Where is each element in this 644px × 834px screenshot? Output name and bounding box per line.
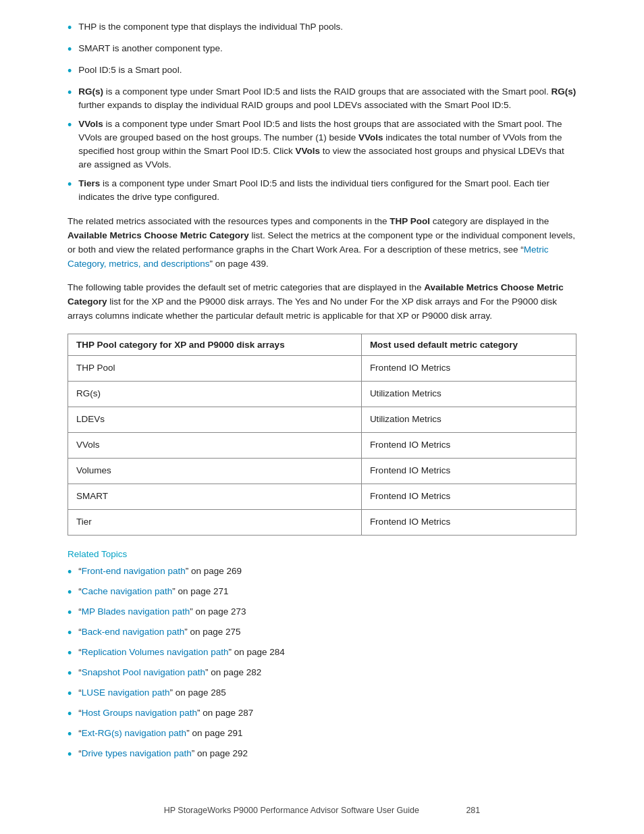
- bullet-icon: •: [68, 725, 72, 744]
- related-item-text: “LUSE navigation path” on page 285: [78, 686, 225, 700]
- table-cell-col1: Tier: [68, 509, 362, 535]
- bullet-text-5: VVols is a component type under Smart Po…: [78, 118, 576, 172]
- footer-title: HP StorageWorks P9000 Performance Adviso…: [164, 806, 419, 815]
- bullet-icon: •: [68, 685, 72, 703]
- related-item-text: “Back-end navigation path” on page 275: [78, 625, 240, 639]
- table-cell-col1: VVols: [68, 433, 362, 459]
- vvols-bold-2: VVols: [358, 132, 383, 142]
- related-list-item: • “Host Groups navigation path” on page …: [68, 706, 576, 723]
- list-item: • VVols is a component type under Smart …: [68, 118, 576, 172]
- rgs-bold: RG(s): [78, 86, 103, 97]
- related-link-8[interactable]: Host Groups navigation path: [82, 708, 197, 718]
- related-list-item: • “Ext-RG(s) navigation path” on page 29…: [68, 727, 576, 744]
- page-container: • THP is the component type that display…: [0, 0, 644, 834]
- table-cell-col2: Frontend IO Metrics: [361, 509, 576, 535]
- list-item: • SMART is another component type.: [68, 42, 576, 59]
- table-row: LDEVs Utilization Metrics: [68, 407, 576, 433]
- related-item-text: “Snapshot Pool navigation path” on page …: [78, 666, 261, 679]
- table-cell-col1: Volumes: [68, 459, 362, 484]
- thp-pool-bold: THP Pool: [390, 216, 430, 226]
- related-list-item: • “Back-end navigation path” on page 275: [68, 625, 576, 642]
- table-row: THP Pool Frontend IO Metrics: [68, 356, 576, 382]
- tiers-bold: Tiers: [78, 178, 100, 188]
- available-metrics-bold-2: Available Metrics Choose Metric Category: [68, 282, 564, 307]
- related-item-text: “Replication Volumes navigation path” on…: [78, 646, 284, 659]
- related-topics-list: • “Front-end navigation path” on page 26…: [68, 565, 576, 764]
- related-link-10[interactable]: Drive types navigation path: [82, 748, 192, 758]
- related-list-item: • “Cache navigation path” on page 271: [68, 585, 576, 602]
- table-cell-col1: LDEVs: [68, 407, 362, 433]
- related-topics-heading: Related Topics: [68, 549, 576, 559]
- bullet-icon: •: [68, 563, 72, 581]
- rgs-bold-2: RG(s): [551, 86, 576, 97]
- related-item-text: “Drive types navigation path” on page 29…: [78, 747, 248, 760]
- table-cell-col1: SMART: [68, 484, 362, 509]
- related-list-item: • “Replication Volumes navigation path” …: [68, 646, 576, 662]
- table-row: SMART Frontend IO Metrics: [68, 484, 576, 509]
- table-cell-col2: Frontend IO Metrics: [361, 433, 576, 459]
- table-header-row: THP Pool category for XP and P9000 disk …: [68, 334, 576, 356]
- list-item: • RG(s) is a component type under Smart …: [68, 85, 576, 113]
- table-cell-col1: RG(s): [68, 382, 362, 407]
- body-paragraph-1: The related metrics associated with the …: [68, 215, 576, 271]
- table-row: Tier Frontend IO Metrics: [68, 509, 576, 535]
- table-cell-col1: THP Pool: [68, 356, 362, 382]
- page-footer: HP StorageWorks P9000 Performance Adviso…: [0, 806, 644, 815]
- related-link-6[interactable]: Snapshot Pool navigation path: [82, 667, 205, 677]
- table-cell-col2: Frontend IO Metrics: [361, 484, 576, 509]
- list-item: • Tiers is a component type under Smart …: [68, 177, 576, 205]
- related-topics-section: Related Topics • “Front-end navigation p…: [68, 549, 576, 764]
- related-item-text: “Cache navigation path” on page 271: [78, 585, 228, 598]
- table-row: RG(s) Utilization Metrics: [68, 382, 576, 407]
- bullet-icon: •: [68, 664, 72, 683]
- bullet-icon: •: [68, 604, 72, 622]
- table-cell-col2: Frontend IO Metrics: [361, 356, 576, 382]
- bullet-text-3: Pool ID:5 is a Smart pool.: [78, 63, 576, 77]
- bullet-text-4: RG(s) is a component type under Smart Po…: [78, 85, 576, 113]
- metric-category-link[interactable]: Metric Category, metrics, and descriptio…: [68, 244, 549, 269]
- related-link-2[interactable]: Cache navigation path: [82, 586, 172, 596]
- related-link-4[interactable]: Back-end navigation path: [82, 627, 184, 637]
- bullet-icon: •: [68, 176, 72, 194]
- metrics-table: THP Pool category for XP and P9000 disk …: [68, 334, 576, 535]
- intro-bullet-list: • THP is the component type that display…: [68, 20, 576, 204]
- vvols-bold: VVols: [78, 119, 103, 129]
- related-link-3[interactable]: MP Blades navigation path: [82, 606, 190, 617]
- table-cell-col2: Frontend IO Metrics: [361, 459, 576, 484]
- related-link-9[interactable]: Ext-RG(s) navigation path: [82, 728, 186, 738]
- related-list-item: • “MP Blades navigation path” on page 27…: [68, 605, 576, 622]
- vvols-bold-3: VVols: [295, 146, 320, 156]
- related-item-text: “MP Blades navigation path” on page 273: [78, 605, 246, 619]
- table-row: VVols Frontend IO Metrics: [68, 433, 576, 459]
- related-list-item: • “LUSE navigation path” on page 285: [68, 686, 576, 703]
- bullet-text-6: Tiers is a component type under Smart Po…: [78, 177, 576, 205]
- related-list-item: • “Drive types navigation path” on page …: [68, 747, 576, 764]
- related-item-text: “Front-end navigation path” on page 269: [78, 565, 242, 578]
- body-paragraph-2: The following table provides the default…: [68, 281, 576, 323]
- bullet-icon: •: [68, 746, 72, 764]
- bullet-icon: •: [68, 19, 72, 37]
- bullet-icon: •: [68, 41, 72, 59]
- related-list-item: • “Snapshot Pool navigation path” on pag…: [68, 666, 576, 683]
- related-link-7[interactable]: LUSE navigation path: [82, 687, 170, 698]
- related-list-item: • “Front-end navigation path” on page 26…: [68, 565, 576, 581]
- list-item: • Pool ID:5 is a Smart pool.: [68, 63, 576, 80]
- table-row: Volumes Frontend IO Metrics: [68, 459, 576, 484]
- table-header-col1: THP Pool category for XP and P9000 disk …: [68, 334, 362, 356]
- bullet-icon: •: [68, 705, 72, 723]
- available-metrics-bold: Available Metrics Choose Metric Category: [68, 230, 249, 240]
- bullet-text-2: SMART is another component type.: [78, 42, 576, 55]
- bullet-icon: •: [68, 624, 72, 642]
- related-link-1[interactable]: Front-end navigation path: [82, 566, 186, 576]
- table-header-col2: Most used default metric category: [361, 334, 576, 356]
- related-link-5[interactable]: Replication Volumes navigation path: [82, 647, 229, 657]
- table-cell-col2: Utilization Metrics: [361, 407, 576, 433]
- bullet-icon: •: [68, 583, 72, 602]
- bullet-icon: •: [68, 644, 72, 662]
- related-item-text: “Host Groups navigation path” on page 28…: [78, 706, 253, 720]
- related-item-text: “Ext-RG(s) navigation path” on page 291: [78, 727, 242, 740]
- bullet-icon: •: [68, 116, 72, 134]
- bullet-text-1: THP is the component type that displays …: [78, 20, 576, 34]
- bullet-icon: •: [68, 84, 72, 102]
- list-item: • THP is the component type that display…: [68, 20, 576, 37]
